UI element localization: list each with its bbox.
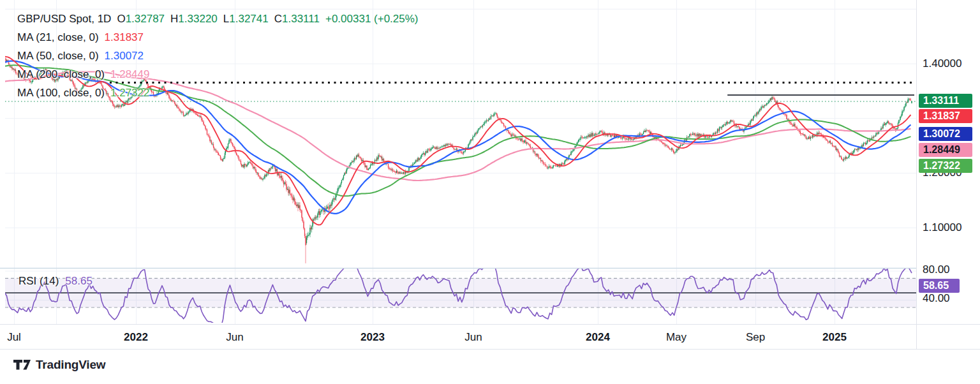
time-tick-label: 2023 <box>360 331 385 344</box>
chart-window: GBP/USD Spot, 1D O1.32787 H1.33220 L1.32… <box>0 0 980 384</box>
close-value: 1.33111 <box>282 13 320 25</box>
time-tick-label: Jul <box>7 331 21 344</box>
ohlc-low: L1.32741 <box>223 13 269 26</box>
tradingview-logo-icon <box>13 360 31 370</box>
ma-21-label: MA (21, close, 0) <box>17 31 99 44</box>
price-badge: 1.33111 <box>919 94 972 108</box>
time-tick-label: 2025 <box>822 331 847 344</box>
high-value: 1.33220 <box>178 13 217 25</box>
low-letter: L <box>223 13 229 25</box>
ma-100-value: 1.27322 <box>110 87 149 100</box>
price-badge: 1.27322 <box>919 159 972 173</box>
ma-21-value: 1.31837 <box>105 31 144 44</box>
ohlc-open: O1.32787 <box>117 13 165 26</box>
price-axis-label: 1.40000 <box>923 57 961 70</box>
open-value: 1.32787 <box>126 13 165 25</box>
time-tick-label: Jun <box>464 331 482 344</box>
ma-50-value: 1.30072 <box>105 50 144 63</box>
time-tick-label: 2024 <box>586 331 610 344</box>
ohlc-high: H1.33220 <box>170 13 218 26</box>
open-letter: O <box>117 13 125 25</box>
price-badge: 1.28449 <box>919 143 972 157</box>
legend: GBP/USD Spot, 1D O1.32787 H1.33220 L1.32… <box>17 13 419 105</box>
ma-50-row[interactable]: MA (50, close, 0) 1.30072 <box>17 50 419 62</box>
rsi-badge: 58.65 <box>919 279 960 293</box>
time-tick-label: Sep <box>746 331 765 344</box>
low-value: 1.32741 <box>229 13 268 25</box>
tradingview-logo[interactable]: TradingView <box>13 358 105 372</box>
rsi-axis-label: 80.00 <box>923 263 950 276</box>
time-tick-label: May <box>666 331 687 344</box>
close-letter: C <box>274 13 282 25</box>
time-tick-label: 2022 <box>124 331 148 344</box>
ma-50-label: MA (50, close, 0) <box>17 50 99 63</box>
rsi-label: RSI (14) <box>19 275 59 288</box>
time-tick-label: Jun <box>226 331 243 344</box>
ma-200-label: MA (200, close, 0) <box>17 68 105 81</box>
ma-200-value: 1.28449 <box>110 68 149 81</box>
rsi-band <box>5 278 916 307</box>
rsi-axis-label: 40.00 <box>923 292 950 305</box>
price-axis-label: 1.10000 <box>923 221 961 234</box>
symbol-title: GBP/USD Spot, 1D <box>17 13 111 26</box>
ma-100-label: MA (100, close, 0) <box>17 87 105 100</box>
ma-200-row[interactable]: MA (200, close, 0) 1.28449 <box>17 68 419 80</box>
high-letter: H <box>170 13 178 25</box>
ma-100-row[interactable]: MA (100, close, 0) 1.27322 <box>17 87 419 99</box>
symbol-row[interactable]: GBP/USD Spot, 1D O1.32787 H1.33220 L1.32… <box>17 13 419 25</box>
rsi-row[interactable]: RSI (14) 58.65 <box>19 275 93 287</box>
rsi-value: 58.65 <box>65 275 93 288</box>
change-value: +0.00331 (+0.25%) <box>325 13 419 26</box>
ohlc-close: C1.33111 <box>274 13 320 26</box>
price-badge: 1.31837 <box>919 109 972 123</box>
ma-21-row[interactable]: MA (21, close, 0) 1.31837 <box>17 31 419 43</box>
price-badge: 1.30072 <box>919 127 972 141</box>
tradingview-logo-text: TradingView <box>36 358 105 372</box>
